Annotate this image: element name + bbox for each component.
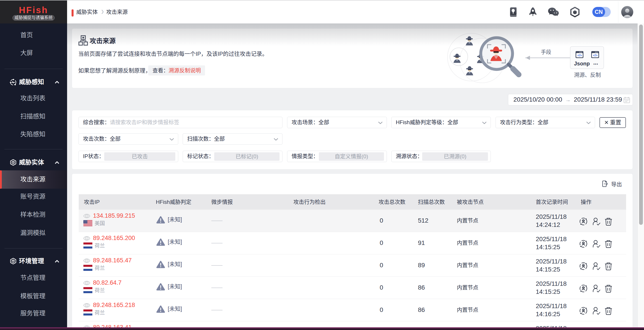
svg-text:手段: 手段	[541, 49, 551, 55]
svg-text:溯源、反制: 溯源、反制	[574, 72, 601, 78]
svg-text:...: ...	[593, 59, 598, 66]
svg-text:</>: </>	[577, 54, 582, 57]
svg-text:Jsonp: Jsonp	[574, 60, 590, 67]
